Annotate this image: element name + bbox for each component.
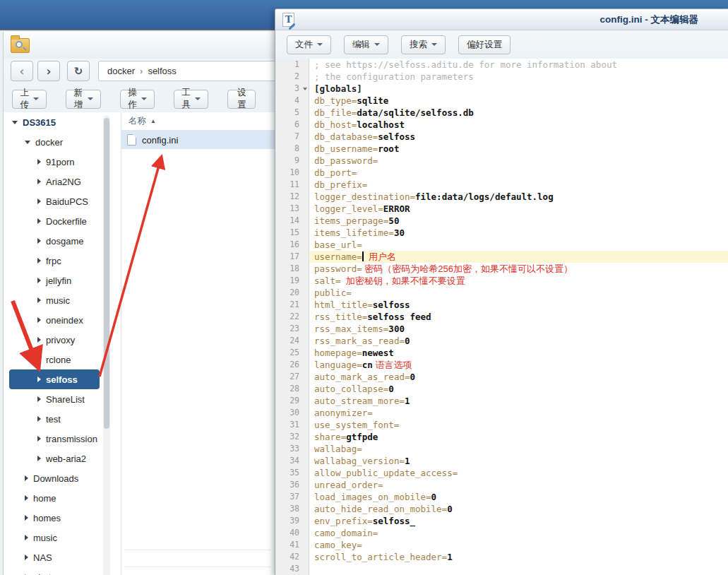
chevron-right-icon[interactable]: [37, 317, 41, 323]
chevron-right-icon[interactable]: [25, 535, 28, 540]
line-number: 9: [275, 155, 309, 167]
sidebar-item-transmission[interactable]: transmission: [4, 429, 100, 449]
sidebar-item-downloads[interactable]: Downloads: [4, 468, 100, 488]
sidebar-item-music[interactable]: music: [4, 528, 100, 547]
chevron-right-icon[interactable]: [37, 238, 41, 244]
refresh-button[interactable]: ↻: [67, 61, 90, 81]
sidebar-item-aria2ng[interactable]: Aria2NG: [4, 172, 100, 191]
sidebar-item-sharelist[interactable]: ShareList: [4, 389, 100, 409]
sidebar-item-docker[interactable]: docker: [4, 132, 100, 152]
code-token: camo_domain=: [314, 528, 378, 538]
forward-button[interactable]: ›: [37, 61, 60, 81]
line-number: 1: [275, 59, 309, 71]
editor-code-area[interactable]: 1234567891011121314151617181920212223242…: [275, 59, 728, 575]
sidebar-item-ds3615[interactable]: DS3615: [4, 112, 100, 132]
chevron-right-icon[interactable]: [37, 377, 41, 382]
chevron-right-icon[interactable]: [25, 495, 28, 501]
chevron-down-icon[interactable]: [25, 141, 30, 144]
sidebar-item-91porn[interactable]: 91porn: [4, 152, 100, 172]
sidebar-item-rclone[interactable]: rclone: [4, 350, 100, 369]
code-line-4: db_type=sqlite: [310, 95, 728, 107]
sidebar-item-web-aria2[interactable]: web-aria2: [4, 449, 100, 468]
toolbar-button-settings[interactable]: 设置: [227, 90, 256, 109]
code-line-16: base_url=: [310, 239, 728, 251]
sidebar-item-label: jellyfin: [46, 275, 71, 286]
menu-button-file[interactable]: 文件: [287, 35, 331, 54]
breadcrumb[interactable]: docker›selfoss: [98, 61, 280, 81]
chevron-right-icon[interactable]: [37, 218, 41, 224]
red-annotation-text: 用户名: [364, 251, 396, 262]
code-token: scroll_to_article_header=: [314, 552, 447, 562]
code-line-12: logger_destination=file:data/logs/defaul…: [310, 191, 728, 203]
sidebar-item-music[interactable]: music: [4, 290, 100, 310]
sidebar-item-nas[interactable]: NAS: [4, 547, 100, 567]
line-number: 21: [275, 299, 309, 311]
sidebar-item-frpc[interactable]: frpc: [4, 251, 100, 271]
chevron-right-icon[interactable]: [37, 258, 41, 263]
file-document-icon: [127, 134, 136, 146]
tree-scrollbar-thumb[interactable]: [104, 118, 109, 429]
chevron-right-icon[interactable]: [25, 515, 28, 521]
line-number: 41: [275, 539, 309, 551]
breadcrumb-segment-selfoss[interactable]: selfoss: [148, 66, 176, 76]
chevron-right-icon[interactable]: [37, 396, 41, 402]
editor-titlebar[interactable]: T config.ini - 文本编辑器: [275, 9, 728, 30]
code-line-15: items_lifetime=30: [310, 227, 728, 239]
back-button[interactable]: ‹: [11, 61, 33, 81]
code-token: ; see https://selfoss.aditu.de for more …: [314, 59, 617, 70]
line-number: 40: [275, 527, 309, 539]
code-line-21: html_title=selfoss: [310, 299, 728, 311]
chevron-right-icon[interactable]: [25, 555, 28, 560]
code-line-1: ; see https://selfoss.aditu.de for more …: [310, 59, 728, 71]
chevron-right-icon[interactable]: [37, 456, 41, 461]
chevron-right-icon[interactable]: [37, 179, 41, 184]
line-number: 8: [275, 143, 309, 155]
toolbar-button-upload[interactable]: 上传: [12, 90, 47, 109]
chevron-right-icon[interactable]: [37, 337, 41, 343]
sidebar-item-privoxy[interactable]: privoxy: [4, 330, 100, 350]
sidebar-item-label: music: [46, 295, 70, 306]
sidebar-item-baidupcs[interactable]: BaiduPCS: [4, 191, 100, 211]
toolbar-button-tools[interactable]: 工具: [174, 90, 208, 109]
sidebar-item-home[interactable]: home: [4, 488, 100, 508]
navigation-bar: ‹ › ↻ docker›selfoss: [4, 59, 275, 85]
sidebar-item-oneindex[interactable]: oneindex: [4, 310, 100, 330]
screen: ‹ › ↻ docker›selfoss 上传新增操作工具设置 DS3615do…: [0, 0, 728, 575]
code-token: salt=: [314, 275, 341, 286]
menu-button-edit[interactable]: 编辑: [344, 35, 388, 54]
sidebar-item-jellyfin[interactable]: jellyfin: [4, 271, 100, 290]
toolbar-button-action[interactable]: 操作: [120, 90, 155, 109]
code-token: wallabag=: [314, 444, 362, 454]
breadcrumb-segment-docker[interactable]: docker: [107, 66, 135, 76]
chevron-right-icon[interactable]: [37, 198, 41, 204]
line-number: 11: [275, 179, 309, 191]
chevron-right-icon[interactable]: [25, 475, 28, 481]
chevron-right-icon[interactable]: [37, 159, 41, 165]
chevron-right-icon[interactable]: [37, 278, 41, 283]
sidebar-item-photo[interactable]: photo: [4, 567, 100, 575]
code-token: camo_key=: [314, 540, 362, 550]
sidebar-item-test[interactable]: test: [4, 409, 100, 429]
chevron-right-icon[interactable]: [37, 297, 41, 303]
fold-arrow-icon[interactable]: [303, 88, 307, 90]
code-token: selfoss: [378, 131, 415, 142]
sidebar-item-label: test: [46, 414, 61, 425]
chevron-down-icon[interactable]: [12, 121, 18, 124]
file-row-config.ini[interactable]: config.ini: [121, 131, 275, 149]
line-number: 29: [275, 395, 309, 407]
code-content[interactable]: ; see https://selfoss.aditu.de for more …: [310, 59, 728, 575]
code-token: base_url=: [314, 239, 362, 250]
chevron-right-icon[interactable]: [37, 436, 41, 441]
sidebar-item-homes[interactable]: homes: [4, 508, 100, 528]
sidebar-item-selfoss[interactable]: selfoss: [9, 369, 100, 389]
menu-button-search[interactable]: 搜索: [401, 35, 446, 54]
toolbar-button-label: 新增: [73, 87, 83, 111]
sidebar-item-dockerfile[interactable]: Dockerfile: [4, 211, 100, 231]
menu-button-preferences[interactable]: 偏好设置: [458, 35, 511, 54]
toolbar-button-create[interactable]: 新增: [66, 90, 100, 109]
tree-scrollbar[interactable]: [103, 115, 110, 575]
chevron-right-icon[interactable]: [37, 416, 41, 422]
chevron-right-icon[interactable]: [37, 357, 41, 362]
file-list-header-name[interactable]: 名称 ▲: [121, 112, 275, 131]
sidebar-item-dosgame[interactable]: dosgame: [4, 231, 100, 251]
